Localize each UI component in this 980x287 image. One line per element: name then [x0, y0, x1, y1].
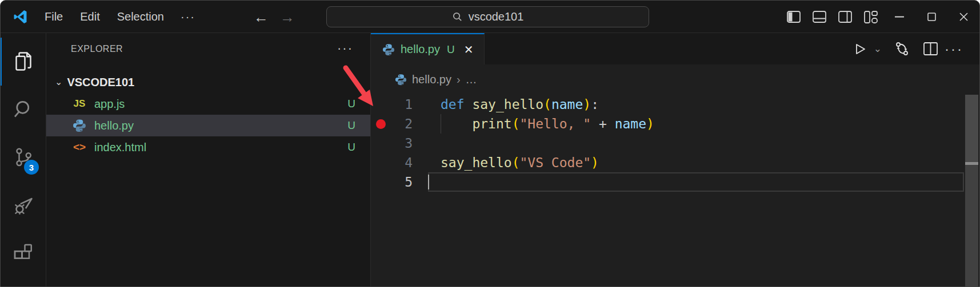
split-editor-icon[interactable] — [923, 42, 938, 55]
git-status-badge: U — [347, 141, 355, 153]
line-number[interactable]: 5 — [371, 175, 441, 189]
activity-extensions[interactable] — [1, 229, 46, 277]
python-file-icon — [382, 43, 395, 56]
menu-bar: File Edit Selection ··· — [37, 7, 202, 26]
current-line-highlight — [428, 172, 964, 192]
minimize-icon[interactable] — [883, 1, 915, 33]
breadcrumb: hello.py › … — [371, 64, 979, 95]
toggle-panel-icon[interactable] — [806, 1, 832, 33]
nav-arrows: ← → — [254, 1, 295, 33]
scrollbar-divider — [965, 162, 978, 165]
files-icon — [12, 50, 35, 73]
git-status-badge: U — [347, 119, 355, 132]
search-icon — [12, 98, 35, 121]
code-line-5[interactable]: 5 — [371, 172, 979, 192]
titlebar: File Edit Selection ··· ← → vscode101 — [1, 1, 979, 33]
explorer-title: EXPLORER — [71, 44, 337, 54]
python-file-icon — [72, 118, 87, 133]
chevron-down-icon[interactable]: ⌄ — [874, 43, 882, 55]
line-number[interactable]: 2 — [371, 116, 441, 131]
line-number[interactable]: 1 — [371, 97, 441, 112]
breadcrumb-more[interactable]: … — [466, 73, 477, 86]
tab-dirty-badge: U — [447, 43, 455, 56]
vscode-window: File Edit Selection ··· ← → vscode101 — [0, 0, 980, 287]
tab-hellopy[interactable]: hello.py U ✕ — [371, 33, 485, 64]
code-line-4[interactable]: 4 say_hello("VS Code") — [371, 153, 979, 172]
editor-toolbar: ⌄ ··· — [853, 33, 979, 64]
customize-layout-icon[interactable] — [858, 1, 883, 33]
back-icon[interactable]: ← — [254, 10, 269, 25]
explorer-header: EXPLORER ··· — [46, 33, 370, 64]
html-file-icon: <> — [72, 140, 87, 155]
breadcrumb-separator-icon: › — [457, 73, 461, 86]
activity-run-debug[interactable] — [1, 181, 46, 229]
indent-guide — [441, 114, 441, 134]
folder-vscode101[interactable]: ⌄ VSCODE101 — [46, 71, 370, 93]
command-center-value: vscode101 — [469, 10, 524, 23]
debug-icon — [11, 193, 35, 217]
breadcrumb-file[interactable]: hello.py — [412, 73, 451, 86]
javascript-file-icon: JS — [72, 96, 87, 111]
editor-scrollbar[interactable] — [965, 95, 978, 287]
forward-icon[interactable]: → — [280, 10, 295, 25]
scrollbar-thumb[interactable] — [965, 95, 978, 162]
activity-search[interactable] — [1, 86, 46, 134]
file-name: app.js — [94, 98, 340, 111]
folder-label: VSCODE101 — [67, 76, 134, 89]
editor-group: hello.py U ✕ ⌄ — [371, 33, 979, 287]
code-line-1[interactable]: 1 def say_hello(name): — [371, 95, 979, 114]
code-editor[interactable]: 1 def say_hello(name): 2 print("Hello, "… — [371, 95, 979, 192]
activity-source-control[interactable]: 3 — [1, 134, 46, 181]
window-controls — [781, 1, 979, 33]
file-row-appjs[interactable]: JS app.js U — [46, 93, 370, 115]
more-actions-icon[interactable]: ··· — [945, 46, 963, 52]
code-text: print("Hello, " + name) — [441, 116, 654, 131]
code-text: say_hello("VS Code") — [441, 155, 599, 170]
compare-changes-icon[interactable] — [894, 41, 910, 56]
explorer-sidebar: EXPLORER ··· ⌄ VSCODE101 JS app.js U — [46, 33, 371, 287]
file-row-hellopy[interactable]: hello.py U — [46, 115, 370, 136]
menu-file[interactable]: File — [37, 7, 70, 26]
tab-close-icon[interactable]: ✕ — [464, 43, 474, 56]
activity-explorer[interactable] — [1, 38, 46, 86]
activity-bar: 3 — [1, 33, 46, 287]
explorer-more-actions-icon[interactable]: ··· — [337, 46, 353, 51]
search-icon — [452, 11, 463, 22]
code-text: def say_hello(name): — [441, 97, 599, 112]
tab-label: hello.py — [401, 43, 440, 56]
line-number[interactable]: 4 — [371, 155, 441, 170]
line-number[interactable]: 3 — [371, 136, 441, 151]
file-name: index.html — [94, 141, 340, 154]
command-center[interactable]: vscode101 — [326, 6, 649, 27]
extensions-icon — [12, 242, 35, 265]
vscode-logo-icon — [13, 9, 28, 25]
menu-selection[interactable]: Selection — [110, 7, 171, 26]
file-row-indexhtml[interactable]: <> index.html U — [46, 136, 370, 158]
code-line-3[interactable]: 3 — [371, 134, 979, 153]
toggle-secondary-sidebar-icon[interactable] — [832, 1, 858, 33]
close-icon[interactable] — [947, 1, 979, 33]
python-file-icon — [395, 74, 407, 86]
git-status-badge: U — [347, 98, 355, 110]
menu-edit[interactable]: Edit — [73, 7, 107, 26]
breakpoint-icon[interactable] — [376, 119, 386, 129]
run-icon[interactable] — [853, 42, 867, 56]
code-line-2[interactable]: 2 print("Hello, " + name) — [371, 114, 979, 134]
tab-bar: hello.py U ✕ ⌄ — [371, 33, 979, 64]
menu-more-icon[interactable]: ··· — [174, 7, 202, 26]
file-name: hello.py — [94, 119, 340, 132]
scm-badge: 3 — [24, 160, 39, 175]
chevron-down-icon: ⌄ — [55, 76, 62, 87]
maximize-icon[interactable] — [915, 1, 947, 33]
toggle-sidebar-icon[interactable] — [781, 1, 806, 33]
